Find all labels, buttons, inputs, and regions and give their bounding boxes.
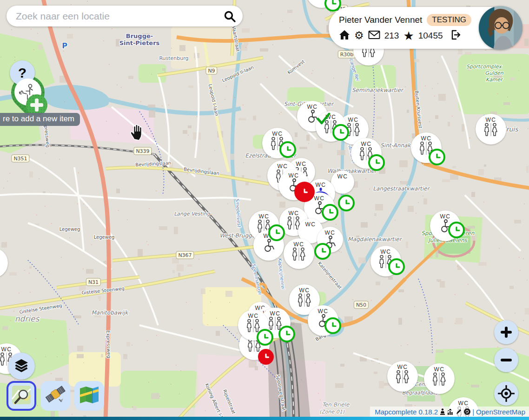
home-icon[interactable] — [339, 30, 350, 42]
marker-label: WC — [317, 308, 328, 314]
map-label: ndries — [15, 314, 40, 323]
user-panel[interactable]: Pieter Vander Vennet TESTING ⚙ 213 ★ 104… — [329, 7, 520, 49]
road-shield: N9 — [205, 67, 217, 75]
map-label: Sportcomplex — [466, 64, 503, 70]
minus-icon — [499, 353, 513, 367]
toilets-mf-icon — [431, 372, 447, 388]
marker-label: WC — [1, 347, 12, 352]
marker-label: WC — [324, 230, 335, 236]
toilets-mf-icon — [291, 247, 307, 263]
mail-icon[interactable] — [368, 30, 380, 41]
road-shield: N351 — [11, 155, 29, 163]
opening-hours-open-badge — [314, 243, 331, 260]
layers-button[interactable] — [8, 353, 35, 380]
map-label: Gulden — [485, 70, 503, 76]
opening-hours-open-badge — [338, 195, 355, 211]
map-label: Langestraatkwartier — [373, 185, 430, 192]
avatar[interactable] — [479, 6, 522, 50]
opening-hours-open-badge — [278, 326, 295, 342]
attribution-bar: Mapcomplete 0.18.2 | OpenStreetMap — [370, 407, 529, 417]
star-icon: ★ — [403, 30, 414, 42]
marker-label: WC — [348, 117, 358, 123]
marker-label: WC — [293, 242, 304, 247]
opening-hours-open-badge — [332, 124, 349, 141]
background-option-osm[interactable] — [7, 381, 36, 411]
layers-icon — [14, 358, 29, 374]
search-icon[interactable] — [223, 10, 236, 23]
opening-hours-open-badge — [368, 154, 385, 171]
marker-label: WC — [361, 141, 371, 147]
marker-label: WC — [458, 400, 469, 406]
statistics-icon[interactable] — [447, 409, 454, 415]
attribution-separator: | — [472, 408, 474, 416]
marker-label: WC — [440, 214, 450, 219]
testing-badge: TESTING — [427, 14, 471, 26]
background-switcher — [7, 381, 104, 411]
road-shield: N367 — [176, 251, 194, 259]
map-label: Magdalenakwartier — [348, 236, 402, 243]
opening-hours-open-badge — [257, 329, 273, 346]
satellite-icon — [45, 384, 66, 407]
marker-label: WC — [248, 313, 258, 319]
opening-hours-open-badge — [268, 224, 285, 241]
search-input[interactable] — [7, 11, 223, 22]
wheelchair-icon — [261, 239, 276, 255]
zoom-out-button[interactable] — [494, 348, 518, 372]
marker-label: WC — [380, 249, 391, 255]
opening-hours-closed-badge — [258, 349, 274, 365]
osm-map-icon — [12, 385, 31, 407]
attribution-app[interactable]: Mapcomplete 0.18.2 — [375, 408, 438, 416]
contributor-icon[interactable] — [440, 408, 445, 415]
opening-hours-open-badge — [279, 141, 296, 158]
world-map-icon — [79, 386, 99, 406]
toilets-mf-icon — [0, 256, 0, 272]
attribution-osm-link[interactable]: OpenStreetMap — [476, 408, 525, 416]
background-option-map[interactable] — [74, 381, 104, 411]
marker-label: WC — [288, 173, 299, 178]
toilets-mf-icon — [297, 293, 312, 309]
map-label: Kamer — [486, 77, 503, 83]
logout-icon[interactable] — [450, 29, 461, 42]
community-icon[interactable] — [464, 408, 470, 415]
toilet-marker[interactable]: WC — [387, 361, 418, 392]
gear-icon[interactable]: ⚙ — [354, 30, 364, 41]
background-option-satellite[interactable] — [40, 381, 70, 411]
map-label: Legeweg — [60, 227, 80, 232]
opening-hours-open-badge — [429, 149, 445, 165]
map-label: Legeweg — [94, 235, 115, 240]
toilets-mf-icon — [395, 370, 410, 386]
opening-hours-closed-badge — [294, 182, 315, 202]
zoom-in-button[interactable] — [494, 320, 518, 344]
map-label: Lange Vesting — [174, 211, 211, 217]
opening-hours-open-badge — [322, 204, 338, 221]
marker-label: WC — [272, 131, 283, 137]
marker-label: WC — [421, 136, 431, 141]
marker-label: WC — [434, 367, 444, 372]
geolocate-button[interactable] — [494, 381, 518, 406]
marker-label: WC — [288, 210, 299, 216]
map-label: (Zone 01) — [319, 409, 345, 415]
marker-label: WC — [315, 182, 326, 188]
plus-icon — [499, 325, 513, 339]
opening-hours-open-badge — [448, 222, 465, 238]
marker-label: WC — [485, 117, 496, 123]
toilet-marker[interactable]: WC — [424, 363, 455, 394]
marker-label: WC — [258, 214, 269, 219]
marker-label: WC — [397, 364, 408, 370]
toilet-marker[interactable]: WC — [476, 114, 506, 144]
toilet-marker[interactable]: WC — [284, 238, 314, 269]
add-item-tooltip: re to add a new item — [0, 113, 80, 126]
road-shield: N339 — [133, 147, 152, 155]
confirmed-badge — [315, 111, 332, 127]
marker-label: WC — [277, 164, 288, 169]
search-bar[interactable] — [7, 6, 243, 26]
marker-label: WC — [296, 161, 306, 167]
edit-icon[interactable] — [456, 408, 462, 415]
geolocate-icon — [498, 385, 515, 402]
opening-hours-open-badge — [388, 258, 405, 275]
map-label: Sint-Pieters — [119, 39, 160, 46]
map-label: Rustenburg — [159, 55, 188, 61]
marker-label: WC — [270, 311, 280, 316]
map-label: Expressweg — [106, 330, 112, 358]
map-label: Manitobawijk — [91, 309, 129, 316]
